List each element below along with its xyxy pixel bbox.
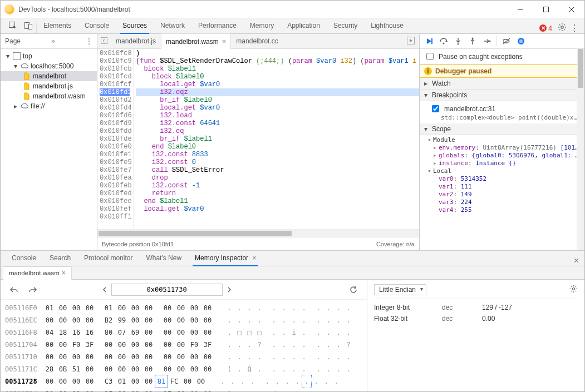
scope-globals[interactable]: ▸globals: {global0: 5306976, global1: 65… (425, 152, 584, 160)
scope-env-memory[interactable]: ▸env.memory: Uint8Array(16777216) [101, … (425, 144, 584, 152)
hex-row[interactable]: 005117040000F03F000000000000F03F...?....… (5, 339, 362, 351)
hex-row[interactable]: 005116F8041816168007690000000000.□□□..i.… (5, 326, 362, 339)
svg-point-25 (489, 41, 491, 42)
scope-variable[interactable]: var1: 111 (425, 183, 584, 191)
breakpoint-checkbox[interactable] (432, 105, 439, 112)
window-close-button[interactable] (559, 1, 584, 18)
file-tree: ▾ top ▾ localhost:5000 mandelbrotmandelb… (1, 49, 97, 113)
memory-tab[interactable]: mandelbrot.wasm× (3, 266, 72, 280)
breakpoint-item[interactable]: mandelbrot.cc:31 (430, 103, 580, 114)
main-tab-console[interactable]: Console (78, 18, 116, 33)
debugger-toolbar (420, 34, 584, 49)
svg-rect-1 (544, 7, 549, 12)
value-settings-icon[interactable] (569, 285, 578, 295)
svg-line-14 (564, 24, 566, 26)
main-tab-memory[interactable]: Memory (243, 18, 281, 33)
window-title: DevTools - localhost:5000/mandelbrot (18, 6, 508, 13)
value-result: 0.00 (482, 315, 578, 322)
pause-on-exceptions-button[interactable] (516, 36, 526, 46)
scope-instance[interactable]: ▸instance: Instance {} (425, 160, 584, 167)
drawer-tab[interactable]: Search (43, 251, 77, 266)
hex-row[interactable]: 0051171C280B51000000000000000000(.Q.....… (5, 363, 362, 375)
svg-line-35 (571, 286, 572, 287)
value-type-label: Float 32-bit (374, 315, 435, 322)
breakpoints-section[interactable]: ▾Breakpoints (420, 90, 584, 101)
error-count-badge[interactable]: ✕ 4 (537, 24, 554, 32)
debugger-sidebar: Pause on caught exceptions i Debugger pa… (420, 34, 584, 250)
more-menu-icon[interactable]: ⋮ (570, 23, 579, 33)
scope-section[interactable]: ▾Scope (420, 123, 584, 135)
undo-button[interactable] (7, 283, 21, 296)
tree-file-scheme[interactable]: ▸ file:// (1, 101, 97, 111)
settings-gear-icon[interactable] (558, 23, 567, 33)
file-tab[interactable]: mandelbrot.cc (231, 33, 283, 49)
scope-variable[interactable]: var0: 5314352 (425, 175, 584, 183)
resume-button[interactable] (424, 36, 434, 46)
tree-file-item[interactable]: mandelbrot.wasm (1, 91, 97, 101)
main-tab-elements[interactable]: Elements (37, 18, 78, 33)
close-tab-icon[interactable]: × (252, 254, 256, 262)
drawer-tab[interactable]: Console (5, 251, 43, 266)
drawer-tab[interactable]: Protocol monitor (77, 251, 139, 266)
horizontal-scrollbar[interactable] (97, 229, 419, 237)
file-tab[interactable]: mandelbrot.wasm× (161, 33, 231, 49)
page-panel-more-icon[interactable]: ⋮ (86, 37, 92, 45)
scope-variable[interactable]: var3: 224 (425, 199, 584, 206)
prev-page-button[interactable] (98, 283, 111, 296)
value-encoding: dec (442, 315, 475, 322)
close-tab-icon[interactable]: × (62, 267, 66, 280)
next-page-button[interactable] (223, 283, 236, 296)
hex-grid[interactable]: 005116E0010000000100000000000000........… (1, 300, 367, 391)
page-navigator: Page » ⋮ ▾ top ▾ localhost:5000 mandelbr… (1, 34, 97, 250)
endianness-select[interactable]: Little Endian (374, 284, 426, 295)
sidebar-scrollbar[interactable] (577, 49, 584, 250)
main-tab-network[interactable]: Network (154, 18, 191, 33)
watch-section[interactable]: ▸Watch (420, 78, 584, 90)
run-snippet-icon[interactable] (402, 37, 419, 46)
main-tab-lighthouse[interactable]: Lighthouse (364, 18, 410, 33)
step-button[interactable] (482, 36, 492, 46)
hex-row[interactable]: 00511734300000002F0000002E0000000.../...… (5, 388, 362, 391)
hex-row[interactable]: 0051172800000000C301000081FC0000........… (5, 375, 362, 388)
hex-row[interactable]: 005116E0010000000100000000000000........… (5, 302, 362, 314)
tree-file-item[interactable]: mandelbrot.js (1, 81, 97, 91)
code-view[interactable]: 0x010fc80x010fc90x010fcb0x010fcd0x010fcf… (97, 49, 419, 229)
address-input[interactable] (111, 284, 223, 296)
refresh-button[interactable] (347, 283, 360, 296)
svg-point-30 (572, 287, 574, 290)
window-minimize-button[interactable] (508, 1, 533, 18)
redo-button[interactable] (26, 283, 40, 296)
window-maximize-button[interactable] (533, 1, 559, 18)
step-over-button[interactable] (439, 36, 449, 46)
nav-back-icon[interactable] (97, 37, 111, 46)
svg-rect-16 (101, 37, 107, 43)
tree-top-frame[interactable]: ▾ top (1, 51, 97, 61)
main-tab-sources[interactable]: Sources (116, 18, 154, 33)
step-out-button[interactable] (468, 36, 478, 46)
main-tab-application[interactable]: Application (281, 18, 327, 33)
scope-variable[interactable]: var2: 149 (425, 191, 584, 199)
pause-on-caught-row[interactable]: Pause on caught exceptions (420, 49, 584, 64)
hex-row[interactable]: 00511710000000000000000000000000........… (5, 351, 362, 363)
tree-host[interactable]: ▾ localhost:5000 (1, 61, 97, 71)
tree-file-item[interactable]: mandelbrot (1, 71, 97, 81)
svg-line-15 (559, 29, 561, 31)
info-icon: i (424, 67, 432, 75)
drawer-tab[interactable]: Memory Inspector × (188, 251, 263, 266)
deactivate-breakpoints-button[interactable] (502, 36, 512, 46)
inspect-element-icon[interactable] (5, 18, 21, 33)
step-into-button[interactable] (453, 36, 463, 46)
main-tab-performance[interactable]: Performance (191, 18, 243, 33)
device-toolbar-icon[interactable] (21, 18, 36, 33)
svg-rect-6 (29, 24, 32, 29)
close-tab-icon[interactable]: × (222, 34, 227, 49)
pause-on-caught-checkbox[interactable] (426, 53, 434, 60)
hex-row[interactable]: 005116EC00000000B299000000000000........… (5, 314, 362, 326)
main-tab-security[interactable]: Security (327, 18, 364, 33)
bytecode-position: Bytecode position 0x10fd1 (102, 241, 174, 247)
drawer-tab[interactable]: What's New (139, 251, 188, 266)
file-tab[interactable]: mandelbrot.js (111, 33, 161, 49)
drawer-close-button[interactable]: × (568, 256, 584, 266)
scope-variable[interactable]: var4: 255 (425, 206, 584, 214)
scope-content: ▾Module ▸env.memory: Uint8Array(16777216… (420, 135, 584, 216)
